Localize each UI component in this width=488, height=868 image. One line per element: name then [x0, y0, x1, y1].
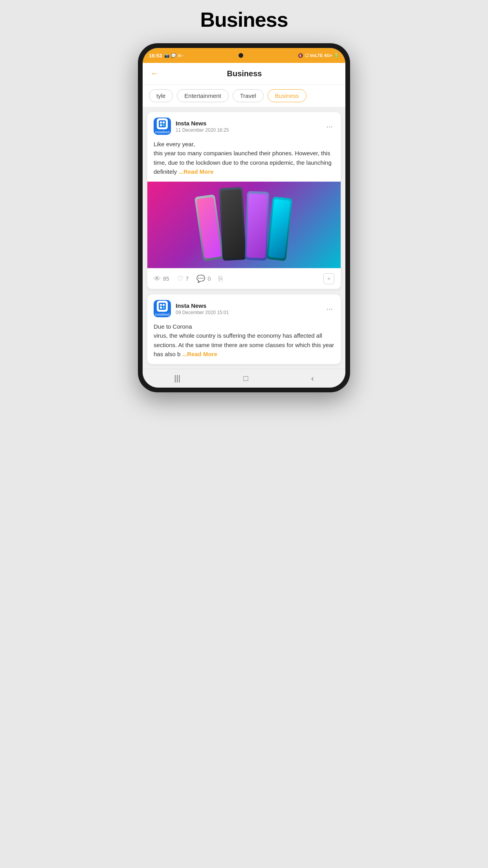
- card-1-header: instafeed Insta News 11 December 2020 16…: [147, 112, 341, 138]
- multi-window-button[interactable]: |||: [166, 371, 188, 386]
- phone-img-4: [266, 197, 292, 261]
- content-area: instafeed Insta News 11 December 2020 16…: [143, 107, 345, 369]
- publish-date-2: 09 December 2020 15:01: [176, 310, 320, 315]
- status-bar: 16:53 📷 💬 in · 🔇 ⬡ VoLTE 4G+ 🔋: [143, 48, 345, 63]
- card-1-meta: Insta News 11 December 2020 16:25: [176, 120, 320, 133]
- view-count: 85: [163, 276, 169, 282]
- logo-icon-2: [157, 301, 168, 312]
- phone-img-3: [245, 191, 269, 261]
- publisher-name-2: Insta News: [176, 302, 320, 309]
- page-title: Business: [200, 8, 288, 31]
- publish-date-1: 11 December 2020 16:25: [176, 127, 320, 133]
- comment-count: 0: [207, 276, 211, 282]
- app-header: ← Business: [143, 63, 345, 85]
- card-1-image: [147, 182, 341, 268]
- share-action[interactable]: ⎘: [218, 275, 223, 283]
- read-more-1[interactable]: ...Read More: [178, 168, 213, 175]
- news-card-2: instafeed Insta News 09 December 2020 15…: [147, 294, 341, 364]
- svg-rect-3: [160, 124, 162, 126]
- status-right-icons: 🔇 ⬡ VoLTE 4G+ 🔋: [298, 53, 339, 58]
- camera-dot: [238, 53, 243, 58]
- card-2-text: Due to Corona virus, the whole country i…: [154, 322, 334, 359]
- read-more-2[interactable]: ...Read More: [182, 351, 217, 357]
- svg-rect-5: [159, 303, 166, 310]
- card-1-footer: 👁 85 ♡ 7 💬 0 ⎘: [147, 268, 341, 289]
- bookmark-button[interactable]: ＋: [323, 273, 334, 284]
- card-1-text: Like every year, this year too many comp…: [154, 140, 334, 176]
- more-button-2[interactable]: ···: [325, 303, 334, 315]
- likes-action[interactable]: ♡ 7: [177, 274, 189, 283]
- svg-rect-7: [163, 304, 165, 306]
- card-2-meta: Insta News 09 December 2020 15:01: [176, 302, 320, 315]
- publisher-logo-1: instafeed: [154, 118, 171, 135]
- like-count: 7: [186, 276, 189, 282]
- card-2-body: Due to Corona virus, the whole country i…: [147, 320, 341, 364]
- eye-icon: 👁: [154, 275, 161, 283]
- card-2-header: instafeed Insta News 09 December 2020 15…: [147, 294, 341, 320]
- svg-rect-9: [163, 307, 165, 309]
- cat-tab-travel[interactable]: Travel: [233, 89, 264, 102]
- publisher-logo-2: instafeed: [154, 300, 171, 317]
- categories-bar: tyle Entertainment Travel Business: [143, 85, 345, 107]
- status-bar-left: 16:53 📷 💬 in ·: [149, 53, 184, 59]
- phone-screen: 16:53 📷 💬 in · 🔇 ⬡ VoLTE 4G+ 🔋 ← Busines…: [143, 48, 345, 388]
- publisher-sublabel-1: instafeed: [155, 130, 170, 134]
- share-icon: ⎘: [218, 275, 223, 283]
- phone-img-2: [219, 187, 246, 261]
- phone-img-1: [194, 194, 224, 261]
- views-action[interactable]: 👁 85: [154, 275, 169, 283]
- status-icons: 📷 💬 in ·: [164, 53, 184, 58]
- status-bar-right: 🔇 ⬡ VoLTE 4G+ 🔋: [298, 53, 339, 58]
- back-button[interactable]: ←: [150, 68, 159, 79]
- cat-tab-business[interactable]: Business: [268, 89, 306, 102]
- news-card-1: instafeed Insta News 11 December 2020 16…: [147, 112, 341, 289]
- card-1-body: Like every year, this year too many comp…: [147, 138, 341, 182]
- cat-tab-entertainment[interactable]: Entertainment: [177, 89, 228, 102]
- bottom-nav: ||| □ ‹: [143, 369, 345, 388]
- svg-rect-8: [160, 307, 162, 309]
- publisher-name-1: Insta News: [176, 120, 320, 127]
- heart-icon: ♡: [177, 274, 183, 283]
- cat-tab-style[interactable]: tyle: [149, 89, 173, 102]
- publisher-sublabel-2: instafeed: [155, 313, 170, 316]
- svg-rect-4: [163, 124, 165, 126]
- back-nav-button[interactable]: ‹: [303, 371, 322, 386]
- logo-icon-1: [157, 118, 168, 129]
- header-title: Business: [163, 69, 326, 78]
- page-wrapper: Business 16:53 📷 💬 in · 🔇 ⬡ VoLTE 4G+ 🔋 …: [0, 8, 488, 392]
- svg-rect-6: [160, 304, 162, 306]
- status-time: 16:53: [149, 53, 162, 59]
- svg-rect-0: [159, 120, 166, 127]
- status-bar-center: [238, 53, 243, 58]
- more-button-1[interactable]: ···: [325, 120, 334, 132]
- phone-frame: 16:53 📷 💬 in · 🔇 ⬡ VoLTE 4G+ 🔋 ← Busines…: [138, 43, 350, 392]
- svg-rect-2: [163, 121, 165, 123]
- comments-action[interactable]: 💬 0: [196, 274, 211, 283]
- svg-rect-1: [160, 121, 162, 123]
- comment-icon: 💬: [196, 274, 205, 283]
- home-button[interactable]: □: [235, 371, 256, 386]
- phone-group: [195, 186, 293, 264]
